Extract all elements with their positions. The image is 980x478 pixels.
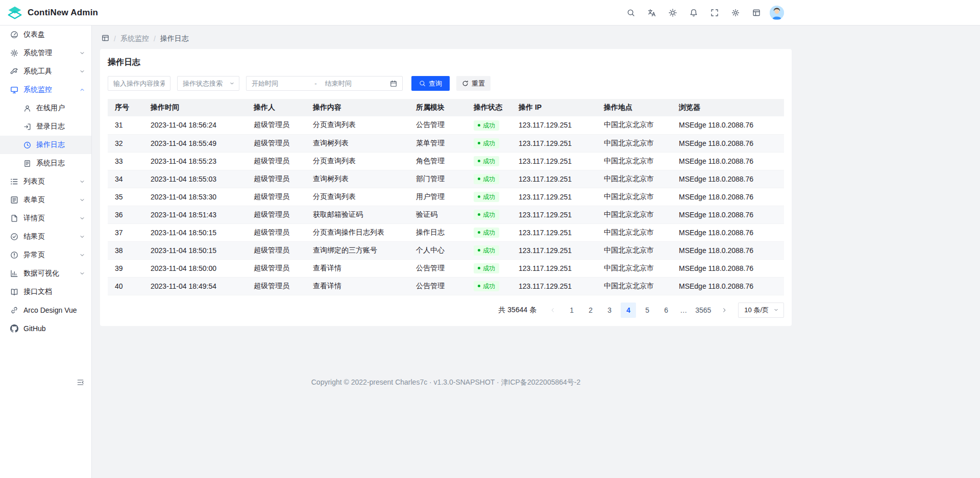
table-row: 322023-11-04 18:55:49超级管理员查询树列表菜单管理成功123… bbox=[108, 134, 784, 152]
page-button-6[interactable]: 6 bbox=[658, 303, 674, 318]
prev-page-button[interactable] bbox=[545, 303, 560, 318]
cell-operator: 超级管理员 bbox=[247, 223, 306, 241]
status-dot-icon bbox=[478, 178, 480, 180]
sidebar-item-system-log[interactable]: 系统日志 bbox=[0, 154, 91, 172]
sidebar-item-github[interactable]: GitHub bbox=[0, 319, 91, 338]
sidebar-item-label: 系统监控 bbox=[23, 85, 52, 94]
sidebar-item-system-tools[interactable]: 系统工具 bbox=[0, 62, 91, 81]
pagination-ellipsis: … bbox=[677, 306, 690, 314]
breadcrumb-separator: / bbox=[114, 35, 116, 43]
sidebar-item-online-users[interactable]: 在线用户 bbox=[0, 99, 91, 117]
sidebar-item-arco-design-vue[interactable]: Arco Design Vue bbox=[0, 301, 91, 319]
content-search-input[interactable] bbox=[108, 76, 170, 91]
theme-button[interactable] bbox=[665, 5, 680, 20]
operation-log-card: 操作日志 操作状态搜索 开始时间 - 结束时间 查 bbox=[100, 49, 792, 326]
cell-id: 38 bbox=[108, 241, 143, 259]
cell-id: 31 bbox=[108, 116, 143, 134]
status-badge: 成功 bbox=[474, 156, 499, 166]
header-actions bbox=[623, 0, 784, 26]
reset-button-label: 重置 bbox=[472, 79, 485, 88]
user-avatar[interactable] bbox=[770, 6, 784, 20]
calendar-icon bbox=[390, 80, 397, 87]
settings-icon bbox=[731, 9, 740, 17]
chevron-left-icon bbox=[550, 307, 556, 313]
chart-icon bbox=[10, 269, 18, 278]
cell-content: 查看详情 bbox=[306, 259, 409, 277]
fullscreen-button[interactable] bbox=[707, 5, 722, 20]
status-label: 成功 bbox=[483, 229, 495, 237]
filter-bar: 操作状态搜索 开始时间 - 结束时间 查询 bbox=[108, 76, 784, 91]
cell-browser: MSEdge 118.0.2088.76 bbox=[672, 206, 784, 223]
cell-time: 2023-11-04 18:51:43 bbox=[143, 206, 247, 223]
page-button-3[interactable]: 3 bbox=[602, 303, 617, 318]
settings-button[interactable] bbox=[728, 5, 743, 20]
page-button-4[interactable]: 4 bbox=[621, 303, 636, 318]
doc-icon bbox=[10, 288, 18, 296]
column-header: 浏览器 bbox=[672, 99, 784, 116]
reset-button[interactable]: 重置 bbox=[456, 76, 491, 91]
collapse-sidebar-button[interactable] bbox=[74, 375, 87, 389]
cell-status: 成功 bbox=[467, 206, 511, 223]
cell-id: 37 bbox=[108, 223, 143, 241]
sidebar-item-label: 仪表盘 bbox=[23, 30, 45, 39]
cell-location: 中国北京北京市 bbox=[597, 206, 672, 223]
table-row: 402023-11-04 18:49:54超级管理员查看详情公告管理成功123.… bbox=[108, 277, 784, 295]
search-button[interactable] bbox=[623, 5, 639, 20]
column-header: 操作人 bbox=[247, 99, 306, 116]
layout-icon bbox=[102, 34, 109, 42]
sidebar-item-label: Arco Design Vue bbox=[23, 306, 77, 314]
sidebar-item-data-visualization[interactable]: 数据可视化 bbox=[0, 264, 91, 283]
sidebar-item-system-monitor[interactable]: 系统监控 bbox=[0, 81, 91, 99]
status-select[interactable]: 操作状态搜索 bbox=[177, 76, 239, 91]
sidebar-item-result-pages[interactable]: 结果页 bbox=[0, 228, 91, 246]
page-button-2[interactable]: 2 bbox=[583, 303, 598, 318]
sidebar-item-list-pages[interactable]: 列表页 bbox=[0, 172, 91, 191]
cell-operator: 超级管理员 bbox=[247, 206, 306, 223]
status-dot-icon bbox=[478, 267, 480, 269]
cell-module: 操作日志 bbox=[409, 223, 467, 241]
page-button-3565[interactable]: 3565 bbox=[693, 303, 713, 318]
main-content: /系统监控/操作日志 操作日志 操作状态搜索 开始时间 - 结束时间 bbox=[92, 26, 980, 478]
translate-button[interactable] bbox=[644, 5, 659, 20]
cell-id: 34 bbox=[108, 170, 143, 188]
cell-operator: 超级管理员 bbox=[247, 188, 306, 206]
cell-location: 中国北京北京市 bbox=[597, 241, 672, 259]
date-range-picker[interactable]: 开始时间 - 结束时间 bbox=[246, 76, 403, 91]
cell-browser: MSEdge 118.0.2088.76 bbox=[672, 188, 784, 206]
monitor-icon bbox=[10, 86, 18, 94]
end-time-placeholder: 结束时间 bbox=[319, 79, 386, 88]
page-button-1[interactable]: 1 bbox=[564, 303, 579, 318]
sidebar-item-system-management[interactable]: 系统管理 bbox=[0, 44, 91, 62]
app-title: ContiNew Admin bbox=[28, 8, 98, 18]
column-header: 操作内容 bbox=[306, 99, 409, 116]
apps-icon-wrapper[interactable] bbox=[102, 34, 109, 43]
cell-status: 成功 bbox=[467, 152, 511, 170]
cell-content: 分页查询列表 bbox=[306, 116, 409, 134]
notification-button[interactable] bbox=[686, 5, 701, 20]
status-dot-icon bbox=[478, 195, 480, 198]
dashboard-icon bbox=[10, 31, 18, 39]
sidebar: 仪表盘系统管理系统工具系统监控在线用户登录日志操作日志系统日志列表页表单页详情页… bbox=[0, 26, 92, 478]
breadcrumb-item[interactable]: 操作日志 bbox=[160, 34, 189, 43]
layout-button[interactable] bbox=[749, 5, 764, 20]
sidebar-item-exception-pages[interactable]: 异常页 bbox=[0, 246, 91, 264]
breadcrumb-item[interactable]: 系统监控 bbox=[120, 34, 149, 43]
page-size-select[interactable]: 10 条/页 bbox=[738, 303, 784, 318]
search-icon bbox=[419, 80, 426, 87]
sidebar-item-api-docs[interactable]: 接口文档 bbox=[0, 283, 91, 301]
cell-browser: MSEdge 118.0.2088.76 bbox=[672, 134, 784, 152]
cell-module: 个人中心 bbox=[409, 241, 467, 259]
sidebar-item-operation-log[interactable]: 操作日志 bbox=[0, 136, 91, 154]
logo[interactable]: ContiNew Admin bbox=[7, 0, 98, 26]
sidebar-item-detail-pages[interactable]: 详情页 bbox=[0, 209, 91, 228]
status-label: 成功 bbox=[483, 282, 495, 290]
sidebar-item-form-pages[interactable]: 表单页 bbox=[0, 191, 91, 209]
cell-ip: 123.117.129.251 bbox=[511, 170, 597, 188]
page-button-5[interactable]: 5 bbox=[640, 303, 655, 318]
sidebar-item-dashboard[interactable]: 仪表盘 bbox=[0, 26, 91, 44]
query-button[interactable]: 查询 bbox=[411, 76, 450, 91]
sidebar-item-login-log[interactable]: 登录日志 bbox=[0, 117, 91, 136]
next-page-button[interactable] bbox=[717, 303, 732, 318]
link-icon bbox=[10, 306, 18, 314]
cell-status: 成功 bbox=[467, 134, 511, 152]
